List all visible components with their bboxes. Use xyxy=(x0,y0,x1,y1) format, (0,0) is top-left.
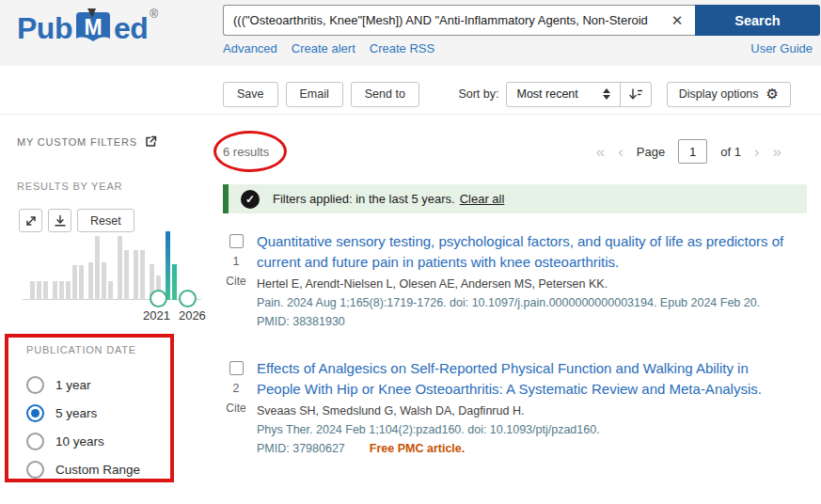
previous-page-icon[interactable]: ‹ xyxy=(618,144,624,160)
select-result-checkbox[interactable] xyxy=(229,361,244,375)
radio-circle xyxy=(26,404,44,422)
radio-label: 1 year xyxy=(55,378,91,392)
publication-date-options: 1 year 5 years 10 years Custom Range xyxy=(26,370,140,483)
year-bar xyxy=(37,281,41,300)
results-count: 6 results xyxy=(223,145,269,159)
year-bar xyxy=(166,231,170,300)
chart-buttons: Reset xyxy=(19,209,134,232)
expand-chart-button[interactable] xyxy=(19,209,42,232)
radio-label: 10 years xyxy=(55,434,104,449)
gear-icon: ⚙ xyxy=(766,87,779,102)
svg-text:M: M xyxy=(84,15,102,39)
results-by-year-chart: Reset 2021 2026 xyxy=(17,207,205,325)
year-bar xyxy=(72,265,77,300)
results-by-year-title: RESULTS BY YEAR xyxy=(17,181,122,192)
advanced-link[interactable]: Advanced xyxy=(223,41,277,55)
article-title-link[interactable]: Quantitative sensory testing, psychologi… xyxy=(257,231,787,273)
save-button[interactable]: Save xyxy=(223,82,278,107)
sort-group: Most recent xyxy=(506,82,651,107)
search-input[interactable] xyxy=(223,5,695,36)
year-end-label: 2026 xyxy=(179,308,206,323)
user-guide-link[interactable]: User Guide xyxy=(750,41,813,55)
sort-value: Most recent xyxy=(516,87,577,101)
search-bar: ✕ Search xyxy=(223,5,820,36)
result-gutter: 2 Cite xyxy=(223,358,249,455)
sort-by-label: Sort by: xyxy=(458,87,498,101)
radio-10-years[interactable]: 10 years xyxy=(26,427,140,455)
pubmed-results-page: { "header": { "logo": { "pub": "Pub", "m… xyxy=(0,0,821,504)
article-title-link[interactable]: Effects of Analgesics on Self-Reported P… xyxy=(257,358,787,400)
article-authors: Hertel E, Arendt-Nielsen L, Olesen AE, A… xyxy=(257,277,787,291)
select-result-checkbox[interactable] xyxy=(229,234,244,248)
page-total-label: of 1 xyxy=(720,145,741,159)
year-bar xyxy=(172,264,177,300)
year-bar xyxy=(88,262,93,300)
year-bar xyxy=(102,262,106,300)
radio-1-year[interactable]: 1 year xyxy=(26,370,140,399)
free-pmc-label: Free PMC article. xyxy=(370,442,465,455)
next-page-icon[interactable]: › xyxy=(754,144,760,160)
year-range-start-handle[interactable] xyxy=(150,290,167,307)
sort-descending-icon xyxy=(628,87,643,102)
check-circle-icon: ✓ xyxy=(241,190,260,209)
create-alert-link[interactable]: Create alert xyxy=(292,41,355,55)
year-bar xyxy=(66,281,71,300)
radio-circle xyxy=(26,433,44,450)
sort-select-dropdown[interactable]: Most recent xyxy=(507,83,619,106)
open-book-icon: M xyxy=(71,8,115,54)
year-bar xyxy=(134,250,138,300)
radio-custom-range[interactable]: Custom Range xyxy=(26,455,140,483)
page-label: Page xyxy=(637,145,665,159)
chevron-up-down-icon xyxy=(603,88,610,100)
registered-mark: ® xyxy=(150,8,158,21)
logo-text-ed: ed xyxy=(114,8,148,48)
clear-all-link[interactable]: Clear all xyxy=(460,192,505,206)
first-page-icon[interactable]: « xyxy=(596,144,605,160)
article-pmid: PMID: 38381930 xyxy=(257,315,345,328)
result-number: 2 xyxy=(233,382,240,395)
cite-button[interactable]: Cite xyxy=(226,402,245,415)
cite-button[interactable]: Cite xyxy=(226,275,245,288)
clear-search-icon[interactable]: ✕ xyxy=(665,5,689,36)
search-result-item: 2 Cite Effects of Analgesics on Self-Rep… xyxy=(223,358,787,455)
display-options-button[interactable]: Display options ⚙ xyxy=(667,82,791,107)
result-gutter: 1 Cite xyxy=(223,231,249,328)
radio-5-years[interactable]: 5 years xyxy=(26,399,140,427)
filters-applied-text: Filters applied: in the last 5 years. xyxy=(273,192,455,206)
sort-order-button[interactable] xyxy=(620,83,651,106)
year-range-labels: 2021 2026 xyxy=(143,308,206,323)
article-pmid-row: PMID: 38381930 xyxy=(257,315,787,328)
my-custom-filters-label: MY CUSTOM FILTERS xyxy=(17,136,137,148)
search-links: Advanced Create alert Create RSS xyxy=(223,41,434,55)
pagination: « ‹ Page of 1 › » xyxy=(596,139,782,164)
logo-text-pub: Pub xyxy=(17,8,72,48)
year-bar xyxy=(30,281,35,300)
search-result-item: 1 Cite Quantitative sensory testing, psy… xyxy=(223,231,787,328)
results-toolbar: Save Email Send to Sort by: Most recent xyxy=(223,81,791,107)
page-number-input[interactable] xyxy=(678,139,707,164)
external-link-icon xyxy=(145,135,157,148)
year-bar xyxy=(59,281,64,300)
article-pmid-row: PMID: 37980627 Free PMC article. xyxy=(257,442,787,455)
reset-chart-button[interactable]: Reset xyxy=(77,209,134,232)
year-bar xyxy=(53,281,57,300)
year-bar xyxy=(95,236,100,300)
download-icon xyxy=(54,214,67,228)
toolbar-divider xyxy=(0,114,821,115)
result-body: Effects of Analgesics on Self-Reported P… xyxy=(257,358,787,455)
search-button[interactable]: Search xyxy=(695,5,820,36)
send-to-button[interactable]: Send to xyxy=(351,82,419,107)
my-custom-filters[interactable]: MY CUSTOM FILTERS xyxy=(17,135,157,148)
radio-label: Custom Range xyxy=(55,463,140,477)
result-number: 1 xyxy=(233,255,240,268)
email-button[interactable]: Email xyxy=(286,82,343,107)
download-chart-button[interactable] xyxy=(48,209,71,232)
pubmed-logo[interactable]: Pub M ed ® xyxy=(17,8,158,54)
filters-applied-banner: ✓ Filters applied: in the last 5 years. … xyxy=(223,184,807,213)
article-citation: Phys Ther. 2024 Feb 1;104(2):pzad160. do… xyxy=(257,423,787,436)
year-start-label: 2021 xyxy=(143,308,170,323)
year-range-end-handle[interactable] xyxy=(179,290,197,307)
last-page-icon[interactable]: » xyxy=(773,144,782,160)
create-rss-link[interactable]: Create RSS xyxy=(370,41,434,55)
year-bar xyxy=(108,281,113,300)
